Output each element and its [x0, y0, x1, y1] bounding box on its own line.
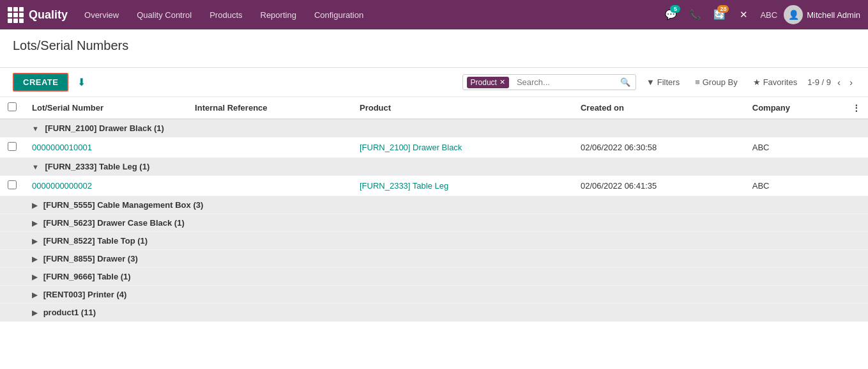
page-header: Lots/Serial Numbers	[0, 29, 868, 68]
group-row[interactable]: ▶ product1 (11)	[0, 304, 868, 322]
group-toggle-icon: ▶	[32, 273, 37, 281]
group-toggle-icon: ▶	[32, 237, 37, 245]
row-checkbox-cell	[0, 137, 24, 158]
row-checkbox[interactable]	[8, 180, 17, 189]
nav-configuration[interactable]: Configuration	[305, 0, 372, 29]
col-actions: ⋮	[844, 97, 868, 119]
group-row[interactable]: ▶ [FURN_5623] Drawer Case Black (1)	[0, 214, 868, 232]
row-product[interactable]: [FURN_2100] Drawer Black	[352, 137, 573, 158]
favorites-button[interactable]: ★ Favorites	[748, 75, 802, 90]
header-checkbox-cell	[0, 97, 24, 119]
nav-overview[interactable]: Overview	[75, 0, 128, 29]
group-name: [FURN_5555] Cable Management Box (3)	[43, 200, 204, 210]
group-row[interactable]: ▼ [FURN_2100] Drawer Black (1)	[0, 119, 868, 137]
col-internal-ref: Internal Reference	[187, 97, 352, 119]
row-company: ABC	[745, 137, 844, 158]
page-title: Lots/Serial Numbers	[13, 38, 855, 53]
topnav: Quality Overview Quality Control Product…	[0, 0, 868, 29]
table-container: Lot/Serial Number Internal Reference Pro…	[0, 97, 868, 322]
groupby-icon: ≡	[695, 77, 700, 87]
topnav-right: 💬 5 📞 🔄 28 ✕ ABC 👤 Mitchell Admin	[660, 4, 860, 25]
lots-table: Lot/Serial Number Internal Reference Pro…	[0, 97, 868, 322]
group-name: [FURN_8855] Drawer (3)	[43, 254, 138, 263]
group-toggle-icon: ▶	[32, 309, 37, 317]
app-logo[interactable]: Quality	[8, 7, 68, 23]
row-internal-ref	[187, 137, 352, 158]
groupby-label: Group By	[703, 77, 738, 87]
group-row[interactable]: ▶ [FURN_8522] Table Top (1)	[0, 232, 868, 250]
table-header: Lot/Serial Number Internal Reference Pro…	[0, 97, 868, 119]
close-icon-btn[interactable]: ✕	[733, 4, 754, 25]
pagination-info: 1-9 / 9	[807, 77, 831, 87]
search-tag-product[interactable]: Product ✕	[467, 77, 509, 88]
nav-quality-control[interactable]: Quality Control	[128, 0, 201, 29]
search-box: Product ✕ 🔍	[462, 74, 636, 90]
table-row: 0000000010001 [FURN_2100] Drawer Black 0…	[0, 137, 868, 158]
grid-icon	[8, 7, 24, 23]
col-product: Product	[352, 97, 573, 119]
nav-reporting[interactable]: Reporting	[252, 0, 305, 29]
group-row[interactable]: ▼ [FURN_2333] Table Leg (1)	[0, 158, 868, 176]
group-toggle-icon: ▼	[32, 125, 39, 132]
group-name: [FURN_2100] Drawer Black (1)	[45, 123, 164, 133]
app-name: Quality	[29, 8, 68, 22]
group-toggle-icon: ▼	[32, 163, 39, 171]
row-company: ABC	[745, 176, 844, 196]
group-name: [RENT003] Printer (4)	[43, 290, 127, 299]
chat-icon-btn[interactable]: 💬 5	[660, 4, 681, 25]
search-tags: Product ✕	[463, 77, 513, 88]
nav-products[interactable]: Products	[201, 0, 251, 29]
user-name[interactable]: Mitchell Admin	[807, 10, 860, 20]
group-row[interactable]: ▶ [FURN_5555] Cable Management Box (3)	[0, 196, 868, 214]
group-name: [FURN_2333] Table Leg (1)	[45, 162, 150, 171]
toolbar: CREATE ⬇ Product ✕ 🔍 ▼ Filters ≡ Grou	[0, 68, 868, 97]
group-name: [FURN_9666] Table (1)	[43, 272, 131, 281]
remove-tag-icon[interactable]: ✕	[499, 78, 505, 86]
star-icon: ★	[753, 77, 761, 87]
download-icon[interactable]: ⬇	[77, 76, 86, 88]
group-toggle-icon: ▶	[32, 201, 37, 209]
favorites-label: Favorites	[763, 77, 797, 87]
row-actions[interactable]	[844, 176, 868, 196]
search-icon[interactable]: 🔍	[615, 75, 636, 90]
row-product[interactable]: [FURN_2333] Table Leg	[352, 176, 573, 196]
search-input[interactable]	[513, 75, 615, 90]
chat-badge: 5	[670, 5, 680, 13]
row-internal-ref	[187, 176, 352, 196]
avatar[interactable]: 👤	[784, 5, 803, 24]
row-checkbox[interactable]	[8, 142, 17, 151]
phone-icon-btn[interactable]: 📞	[685, 4, 705, 25]
create-button[interactable]: CREATE	[13, 73, 68, 91]
row-serial[interactable]: 0000000010001	[24, 137, 187, 158]
search-tag-label: Product	[471, 78, 497, 87]
row-actions[interactable]	[844, 137, 868, 158]
activity-badge: 28	[717, 5, 729, 13]
main-content: Lots/Serial Numbers CREATE ⬇ Product ✕ 🔍…	[0, 29, 868, 369]
group-toggle-icon: ▶	[32, 255, 37, 263]
col-created-on: Created on	[573, 97, 745, 119]
prev-page-button[interactable]: ‹	[835, 75, 843, 89]
row-checkbox-cell	[0, 176, 24, 196]
group-name: [FURN_5623] Drawer Case Black (1)	[43, 218, 185, 228]
group-row[interactable]: ▶ [FURN_8855] Drawer (3)	[0, 250, 868, 268]
activity-icon-btn[interactable]: 🔄 28	[709, 4, 729, 25]
col-lot-serial: Lot/Serial Number	[24, 97, 187, 119]
nav-menu: Overview Quality Control Products Report…	[75, 0, 658, 29]
row-serial[interactable]: 0000000000002	[24, 176, 187, 196]
table-body: ▼ [FURN_2100] Drawer Black (1) 000000001…	[0, 119, 868, 322]
group-toggle-icon: ▶	[32, 291, 37, 299]
group-toggle-icon: ▶	[32, 219, 37, 227]
filter-icon: ▼	[646, 77, 655, 87]
abc-label: ABC	[758, 10, 780, 20]
group-row[interactable]: ▶ [RENT003] Printer (4)	[0, 286, 868, 304]
groupby-button[interactable]: ≡ Group By	[690, 75, 743, 90]
filters-button[interactable]: ▼ Filters	[641, 75, 685, 90]
row-created-on: 02/06/2022 06:30:58	[573, 137, 745, 158]
select-all-checkbox[interactable]	[8, 102, 17, 111]
group-name: product1 (11)	[43, 308, 96, 317]
next-page-button[interactable]: ›	[847, 75, 855, 89]
row-created-on: 02/06/2022 06:41:35	[573, 176, 745, 196]
table-row: 0000000000002 [FURN_2333] Table Leg 02/0…	[0, 176, 868, 196]
filters-label: Filters	[657, 77, 680, 87]
group-row[interactable]: ▶ [FURN_9666] Table (1)	[0, 268, 868, 286]
